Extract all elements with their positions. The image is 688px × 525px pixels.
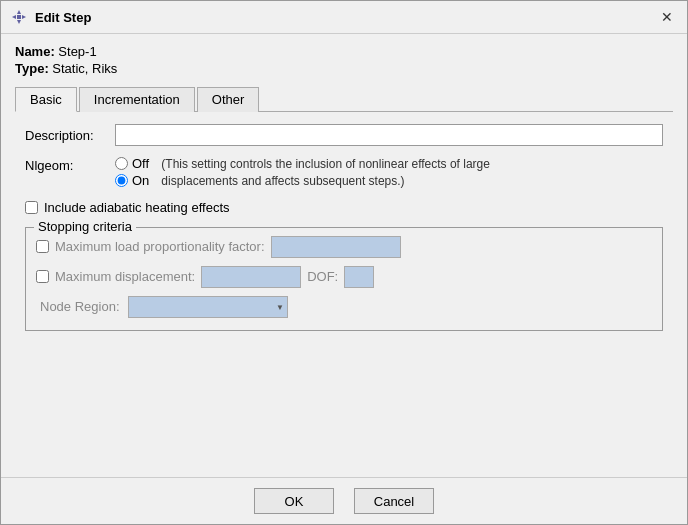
svg-marker-1 — [17, 20, 21, 24]
nlgeom-label: Nlgeom: — [25, 156, 115, 173]
max-load-label: Maximum load proportionality factor: — [55, 239, 265, 254]
dialog-footer: OK Cancel — [1, 477, 687, 524]
max-disp-checkbox[interactable] — [36, 270, 49, 283]
node-region-select-wrapper[interactable] — [128, 296, 288, 318]
dialog-body: Name: Step-1 Type: Static, Riks Basic In… — [1, 34, 687, 477]
tab-content-basic: Description: Nlgeom: Off On (This settin… — [15, 112, 673, 477]
nlgeom-radio-group: Off On — [115, 156, 149, 188]
cancel-button[interactable]: Cancel — [354, 488, 434, 514]
type-value: Static, Riks — [52, 61, 117, 76]
node-region-label: Node Region: — [40, 299, 122, 314]
name-label: Name: — [15, 44, 58, 59]
tab-other[interactable]: Other — [197, 87, 260, 112]
title-bar-left: Edit Step — [11, 9, 91, 25]
nlgeom-description: (This setting controls the inclusion of … — [161, 156, 541, 190]
max-disp-label: Maximum displacement: — [55, 269, 195, 284]
tab-incrementation[interactable]: Incrementation — [79, 87, 195, 112]
nlgeom-off-option[interactable]: Off — [115, 156, 149, 171]
name-row: Name: Step-1 — [15, 44, 673, 59]
name-value: Step-1 — [58, 44, 96, 59]
nlgeom-on-label: On — [132, 173, 149, 188]
svg-marker-2 — [12, 15, 16, 19]
stopping-criteria-label: Stopping criteria — [34, 219, 136, 234]
description-input[interactable] — [115, 124, 663, 146]
title-bar: Edit Step ✕ — [1, 1, 687, 34]
max-load-checkbox[interactable] — [36, 240, 49, 253]
move-icon — [11, 9, 27, 25]
tabs-bar: Basic Incrementation Other — [15, 86, 673, 112]
dof-input[interactable] — [344, 266, 374, 288]
type-label: Type: — [15, 61, 52, 76]
svg-rect-4 — [17, 15, 21, 19]
node-region-row: Node Region: — [36, 296, 652, 318]
max-load-row: Maximum load proportionality factor: — [36, 236, 652, 258]
type-row: Type: Static, Riks — [15, 61, 673, 76]
tab-basic[interactable]: Basic — [15, 87, 77, 112]
dialog-title: Edit Step — [35, 10, 91, 25]
svg-marker-0 — [17, 10, 21, 14]
max-load-input[interactable] — [271, 236, 401, 258]
nlgeom-off-label: Off — [132, 156, 149, 171]
max-disp-input[interactable] — [201, 266, 301, 288]
nlgeom-on-option[interactable]: On — [115, 173, 149, 188]
nlgeom-section: Nlgeom: Off On (This setting controls th… — [25, 156, 663, 190]
stopping-criteria-group: Stopping criteria Maximum load proportio… — [25, 227, 663, 331]
description-label: Description: — [25, 128, 115, 143]
nlgeom-off-radio[interactable] — [115, 157, 128, 170]
adiabatic-checkbox[interactable] — [25, 201, 38, 214]
ok-button[interactable]: OK — [254, 488, 334, 514]
adiabatic-label: Include adiabatic heating effects — [44, 200, 230, 215]
nlgeom-on-radio[interactable] — [115, 174, 128, 187]
description-row: Description: — [25, 124, 663, 146]
close-button[interactable]: ✕ — [657, 7, 677, 27]
node-region-select[interactable] — [128, 296, 288, 318]
adiabatic-row: Include adiabatic heating effects — [25, 200, 663, 215]
max-disp-row: Maximum displacement: DOF: — [36, 266, 652, 288]
edit-step-dialog: Edit Step ✕ Name: Step-1 Type: Static, R… — [0, 0, 688, 525]
dof-label: DOF: — [307, 269, 338, 284]
svg-marker-3 — [22, 15, 26, 19]
